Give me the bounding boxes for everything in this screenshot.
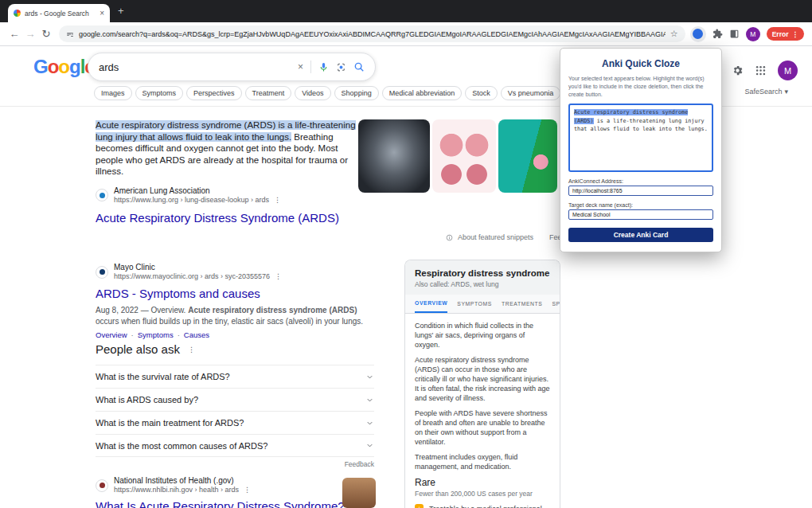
google-logo[interactable]: Google bbox=[33, 56, 95, 78]
panel-tabs: OVERVIEW SYMPTOMS TREATMENTS SPECIALISTS bbox=[405, 295, 560, 314]
feedback-link[interactable]: Feedback bbox=[96, 460, 374, 468]
tab-overview[interactable]: OVERVIEW bbox=[415, 295, 447, 313]
google-favicon-icon bbox=[14, 10, 21, 17]
search-input[interactable]: ards × bbox=[88, 53, 376, 81]
sublink-symptoms[interactable]: Symptoms bbox=[138, 330, 174, 339]
browser-window: ards - Google Search × + ← → ↻ google.co… bbox=[0, 0, 812, 508]
panel-body: Condition in which fluid collects in the… bbox=[405, 314, 560, 508]
settings-gear-icon[interactable] bbox=[732, 64, 744, 76]
error-badge[interactable]: Error ⋮ bbox=[767, 27, 804, 41]
result-link[interactable]: What Is Acute Respiratory Distress Syndr… bbox=[96, 499, 373, 508]
paa-title: People also ask ⋮ bbox=[96, 342, 374, 356]
treatable-icon: + bbox=[415, 504, 424, 508]
popup-description: Your selected text appears below. Highli… bbox=[568, 75, 713, 99]
lungs-diagram-image[interactable] bbox=[432, 119, 496, 193]
browser-toolbar: ← → ↻ google.com/search?q=ards&oq=ARDS&g… bbox=[0, 22, 812, 46]
paa-question-row[interactable]: What is the survival rate of ARDS? bbox=[96, 365, 374, 388]
paa-question-row[interactable]: What is ARDS caused by? bbox=[96, 388, 374, 411]
ankiconnect-address-label: AnkiConnect Address: bbox=[568, 178, 713, 184]
info-icon[interactable] bbox=[446, 234, 453, 241]
extensions-puzzle-icon[interactable] bbox=[712, 29, 723, 39]
reload-icon[interactable]: ↻ bbox=[38, 26, 54, 42]
featured-snippet-text: Acute respiratory distress syndrome (ARD… bbox=[96, 119, 360, 178]
browser-profile-avatar[interactable]: M bbox=[746, 27, 760, 41]
bookmark-star-icon[interactable]: ☆ bbox=[670, 29, 678, 39]
featured-result-link[interactable]: Acute Respiratory Distress Syndrome (ARD… bbox=[96, 211, 360, 225]
address-bar[interactable]: google.com/search?q=ards&oq=ARDS&gs_lcrp… bbox=[59, 25, 685, 42]
voice-search-icon[interactable] bbox=[318, 62, 329, 72]
side-panel-icon[interactable] bbox=[729, 29, 740, 39]
chevron-down-icon bbox=[365, 396, 374, 404]
safesearch-dropdown[interactable]: SafeSearch ▾ bbox=[744, 88, 788, 96]
people-also-ask: People also ask ⋮ What is the survival r… bbox=[96, 342, 374, 468]
browser-menu-icon[interactable]: ⋮ bbox=[792, 30, 799, 38]
chip-treatment[interactable]: Treatment bbox=[245, 86, 292, 100]
deck-name-input[interactable]: Medical School bbox=[568, 209, 713, 220]
tab-symptoms[interactable]: SYMPTOMS bbox=[457, 295, 492, 313]
result-nih: National Institutes of Health (.gov) htt… bbox=[96, 476, 373, 508]
deck-name-label: Target deck name (exact): bbox=[568, 202, 713, 208]
mayo-clinic-favicon-icon bbox=[96, 266, 108, 279]
paa-menu-icon[interactable]: ⋮ bbox=[188, 346, 195, 354]
new-tab-button[interactable]: + bbox=[118, 5, 124, 17]
create-anki-card-button[interactable]: Create Anki Card bbox=[568, 228, 713, 242]
chevron-down-icon bbox=[365, 441, 374, 450]
toolbar-right: M Error ⋮ bbox=[690, 26, 806, 42]
ankiconnect-address-input[interactable]: http://localhost:8765 bbox=[568, 186, 713, 196]
result-menu-icon[interactable]: ⋮ bbox=[275, 272, 282, 281]
tab-close-icon[interactable]: × bbox=[100, 9, 104, 18]
panel-title: Respiratory distress syndrome bbox=[415, 268, 550, 278]
google-account-avatar[interactable]: M bbox=[778, 61, 798, 80]
tab-title: ards - Google Search bbox=[25, 10, 96, 18]
source-url: https://www.nhlbi.nih.gov › health › ard… bbox=[114, 486, 251, 494]
url-text: google.com/search?q=ards&oq=ARDS&gs_lcrp… bbox=[79, 30, 666, 38]
source-name: Mayo Clinic bbox=[114, 263, 282, 272]
result-menu-icon[interactable]: ⋮ bbox=[244, 486, 251, 494]
google-lens-icon[interactable] bbox=[336, 62, 346, 72]
chip-videos[interactable]: Videos bbox=[295, 86, 330, 100]
result-source[interactable]: Mayo Clinic https://www.mayoclinic.org ›… bbox=[96, 263, 373, 281]
sublink-causes[interactable]: Causes bbox=[184, 330, 209, 339]
featured-source[interactable]: American Lung Association https://www.lu… bbox=[96, 186, 360, 205]
result-source[interactable]: National Institutes of Health (.gov) htt… bbox=[96, 476, 373, 494]
searchbox-divider bbox=[310, 61, 311, 73]
google-apps-grid-icon[interactable] bbox=[755, 64, 767, 76]
chip-symptoms[interactable]: Symptoms bbox=[135, 86, 184, 100]
search-query-text[interactable]: ards bbox=[99, 61, 291, 73]
knowledge-panel-header: Respiratory distress syndrome Also calle… bbox=[405, 260, 560, 295]
rare-subtitle: Fewer than 200,000 US cases per year bbox=[415, 490, 550, 498]
clear-search-icon[interactable]: × bbox=[298, 61, 303, 72]
result-link[interactable]: ARDS - Symptoms and causes bbox=[96, 287, 373, 300]
anki-extension-icon[interactable] bbox=[690, 26, 706, 42]
tab-treatments[interactable]: TREATMENTS bbox=[502, 295, 543, 313]
result-menu-icon[interactable]: ⋮ bbox=[274, 196, 281, 205]
chest-xray-image[interactable] bbox=[358, 119, 430, 193]
tune-icon[interactable] bbox=[66, 30, 74, 38]
forward-icon[interactable]: → bbox=[22, 26, 38, 42]
chip-medical-abbreviation[interactable]: Medical abbreviation bbox=[382, 86, 463, 100]
chip-stock[interactable]: Stock bbox=[465, 86, 498, 100]
source-name: National Institutes of Health (.gov) bbox=[114, 476, 251, 486]
nih-result-thumbnail[interactable] bbox=[342, 478, 376, 508]
paa-question-row[interactable]: What is the main treatment for ARDS? bbox=[96, 411, 374, 434]
sublink-overview[interactable]: Overview bbox=[96, 330, 127, 339]
paa-question-row[interactable]: What is the most common causes of ARDS? bbox=[96, 434, 374, 457]
chip-vs-pneumonia[interactable]: Vs pneumonia bbox=[501, 86, 561, 100]
chevron-down-icon: ▾ bbox=[784, 88, 788, 96]
panel-subtitle: Also called: ARDS, wet lung bbox=[415, 280, 550, 288]
source-url: https://www.mayoclinic.org › ards › syc-… bbox=[114, 272, 282, 281]
nih-favicon-icon bbox=[96, 479, 108, 492]
chip-perspectives[interactable]: Perspectives bbox=[186, 86, 242, 100]
error-badge-label: Error bbox=[772, 30, 789, 38]
back-icon[interactable]: ← bbox=[6, 26, 22, 42]
rare-heading: Rare bbox=[415, 477, 550, 488]
header-icons: M bbox=[732, 61, 798, 80]
ards-poster-image[interactable] bbox=[498, 119, 557, 193]
chip-shopping[interactable]: Shopping bbox=[334, 86, 379, 100]
about-featured-snippets-link[interactable]: About featured snippets bbox=[458, 233, 533, 241]
chip-images[interactable]: Images bbox=[94, 86, 132, 100]
browser-tab[interactable]: ards - Google Search × bbox=[8, 4, 110, 22]
tab-specialists[interactable]: SPECIALISTS bbox=[552, 295, 560, 313]
search-submit-icon[interactable] bbox=[353, 61, 365, 72]
cloze-textarea[interactable]: Acute respiratory distress syndrome (ARD… bbox=[568, 104, 713, 172]
